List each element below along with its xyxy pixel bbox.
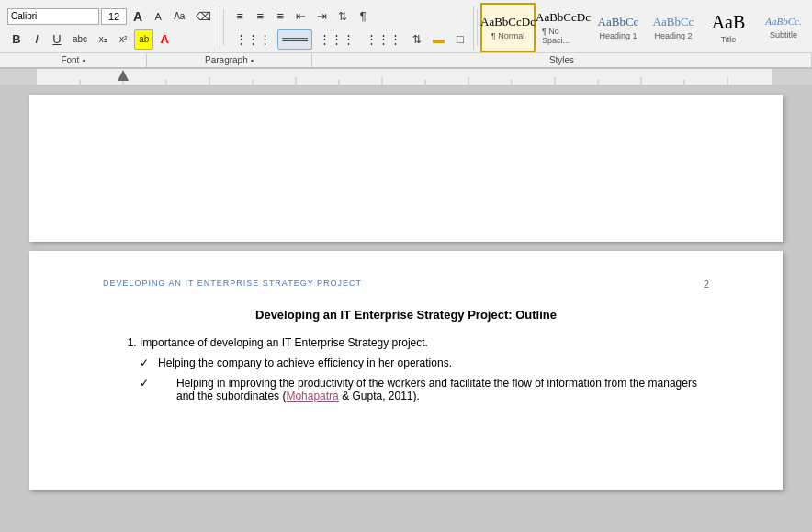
ruler-svg (0, 69, 812, 85)
style-nospace-label: ¶ No Spaci... (542, 27, 584, 45)
list-item-check-2: Helping in improving the productivity of… (140, 377, 709, 402)
styles-group-label: Styles (312, 53, 812, 67)
list-item-1: Importance of developing an IT Enterpris… (140, 336, 709, 349)
align-right-button[interactable]: ⋮⋮⋮ (314, 29, 359, 50)
shading-button[interactable]: ▬ (428, 29, 449, 50)
check-item-1-text: Helping the company to achieve efficienc… (158, 357, 452, 369)
style-h2-label: Heading 2 (654, 31, 692, 40)
style-normal-preview: AaBbCcDc (480, 15, 536, 29)
line-spacing-button[interactable]: ⇅ (408, 29, 426, 50)
clear-formatting-button[interactable]: ⌫ (191, 6, 216, 27)
style-nospace-preview: AaBbCcDc (536, 10, 591, 25)
font-group: A A Aa ⌫ B I U abc x₂ x² ab A (4, 6, 220, 50)
list-item-1-text: Importance of developing an IT Enterpris… (140, 336, 428, 349)
highlight-button[interactable]: ab (134, 29, 153, 50)
ruler (0, 69, 812, 85)
styles-label-text: Styles (549, 55, 574, 65)
page-header: DEVELOPING AN IT ENTERPRISE STRATEGY PRO… (103, 278, 709, 289)
font-color-button[interactable]: A (155, 29, 174, 50)
style-heading1[interactable]: AaBbCc Heading 1 (591, 3, 646, 52)
paragraph-dialog-launcher[interactable]: ▪ (251, 56, 254, 65)
align-center-button[interactable]: ═══ (277, 29, 312, 50)
svg-rect-2 (772, 69, 812, 85)
font-group-label: Font ▪ (0, 53, 147, 67)
style-subtitle-label: Subtitle (770, 30, 797, 40)
style-title-label: Title (721, 35, 737, 44)
decrease-indent-button[interactable]: ⇤ (291, 6, 310, 27)
check-item-2-text-after: & Gupta, 2011). (339, 390, 420, 402)
italic-button[interactable]: I (28, 29, 46, 50)
check-list: Helping the company to achieve efficienc… (103, 357, 709, 402)
bullets-button[interactable]: ≡ (231, 6, 249, 27)
paragraph-label-text: Paragraph (205, 55, 248, 65)
increase-indent-button[interactable]: ⇥ (312, 6, 332, 27)
styles-group: AaBbCcDc ¶ Normal AaBbCcDc ¶ No Spaci...… (480, 3, 808, 52)
page-1 (29, 95, 783, 242)
page-2: DEVELOPING AN IT ENTERPRISE STRATEGY PRO… (29, 251, 783, 490)
page-header-title: DEVELOPING AN IT ENTERPRISE STRATEGY PRO… (103, 278, 362, 289)
font-size-input[interactable] (101, 8, 127, 25)
style-title-preview: AaB (712, 11, 746, 33)
multilevel-list-button[interactable]: ≡ (271, 6, 289, 27)
ribbon: A A Aa ⌫ B I U abc x₂ x² ab A ≡ ≡ ≡ (0, 0, 812, 69)
font-label-text: Font (61, 55, 79, 65)
grow-font-button[interactable]: A (129, 6, 147, 27)
style-normal-label: ¶ Normal (491, 31, 524, 40)
style-heading2[interactable]: AaBbCc Heading 2 (646, 3, 701, 52)
ribbon-bottom-labels: Font ▪ Paragraph ▪ Styles (0, 52, 812, 67)
pages-container: DEVELOPING AN IT ENTERPRISE STRATEGY PRO… (0, 85, 812, 532)
font-name-input[interactable] (7, 8, 99, 25)
borders-button[interactable]: □ (451, 29, 469, 50)
list-item-check-1: Helping the company to achieve efficienc… (140, 357, 709, 369)
style-h1-preview: AaBbCc (598, 15, 639, 29)
style-h1-label: Heading 1 (599, 31, 637, 40)
check-item-2-link: Mohapatra (286, 390, 338, 402)
style-title[interactable]: AaB Title (701, 3, 756, 52)
shrink-font-button[interactable]: A (149, 6, 167, 27)
subscript-button[interactable]: x₂ (94, 29, 112, 50)
strikethrough-button[interactable]: abc (68, 29, 92, 50)
underline-button[interactable]: U (48, 29, 66, 50)
show-formatting-button[interactable]: ¶ (354, 6, 372, 27)
bold-button[interactable]: B (7, 29, 26, 50)
paragraph-group-label: Paragraph ▪ (147, 53, 312, 67)
ruler-content (0, 69, 812, 85)
sort-button[interactable]: ⇅ (333, 6, 352, 27)
page-number: 2 (704, 278, 709, 289)
doc-title: Developing an IT Enterprise Strategy Pro… (103, 308, 709, 322)
style-h2-preview: AaBbCc (653, 15, 694, 29)
check-item-2-text-before: Helping in improving the productivity of… (176, 377, 697, 402)
style-subtitle[interactable]: AaBbCc. Subtitle (756, 3, 808, 52)
separator1 (223, 9, 224, 46)
numbering-button[interactable]: ≡ (251, 6, 269, 27)
separator2 (477, 9, 478, 46)
style-subtitle-preview: AaBbCc. (765, 16, 801, 28)
justify-button[interactable]: ⋮⋮⋮ (361, 29, 406, 50)
align-left-button[interactable]: ⋮⋮⋮ (231, 29, 276, 50)
document-list: Importance of developing an IT Enterpris… (103, 336, 709, 349)
font-dialog-launcher[interactable]: ▪ (82, 56, 85, 65)
style-no-spacing[interactable]: AaBbCcDc ¶ No Spaci... (536, 3, 591, 52)
change-case-button[interactable]: Aa (169, 6, 189, 27)
paragraph-group: ≡ ≡ ≡ ⇤ ⇥ ⇅ ¶ ⋮⋮⋮ ═══ ⋮⋮⋮ ⋮⋮⋮ ⇅ ▬ □ (227, 6, 474, 50)
superscript-button[interactable]: x² (114, 29, 132, 50)
style-normal[interactable]: AaBbCcDc ¶ Normal (480, 3, 536, 52)
svg-rect-1 (0, 69, 37, 85)
